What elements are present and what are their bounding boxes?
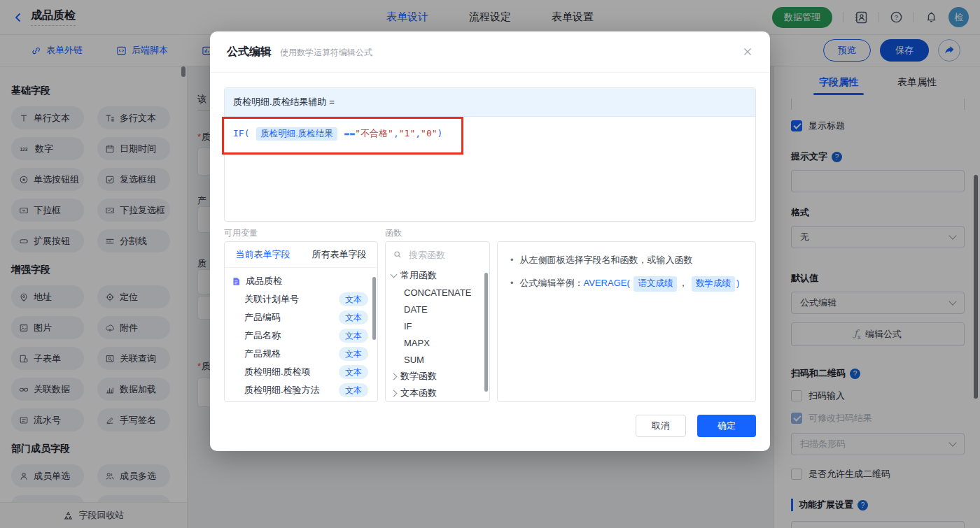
- type-badge: 文本: [339, 365, 368, 379]
- close-icon[interactable]: [742, 46, 753, 57]
- help-separator: ，: [678, 278, 687, 288]
- example-chip: 语文成绩: [634, 276, 677, 291]
- formula-input-area[interactable]: IF( 质检明细.质检结果 =="不合格","1","0"): [225, 117, 755, 151]
- type-badge: 文本: [339, 292, 368, 306]
- app-root: 成品质检 表单设计 流程设定 表单设置 数据管理 检 表单外链 后端脚本: [0, 0, 980, 528]
- type-badge: 文本: [339, 383, 368, 397]
- variable-name: 质检明细.质检项: [244, 366, 311, 378]
- formula-string: "0": [421, 128, 437, 138]
- modal-subtitle: 使用数学运算符编辑公式: [280, 47, 372, 59]
- variable-name: 质检明细.检验方法: [244, 384, 320, 397]
- search-icon: [393, 250, 402, 259]
- variable-row[interactable]: 产品名称文本: [225, 327, 377, 345]
- variable-row[interactable]: 质检明细.质检项文本: [225, 363, 377, 381]
- formula-code: IF(: [233, 128, 255, 138]
- type-badge: 文本: [339, 311, 368, 324]
- chevron-right-icon: [391, 390, 398, 397]
- modal-header: 公式编辑 使用数学运算符编辑公式: [210, 31, 770, 73]
- tab-all-form-fields[interactable]: 所有表单字段: [301, 248, 377, 261]
- functions-panel: 常用函数 CONCATENATE DATE IF MAPX SUM 数学函数 文…: [385, 241, 490, 402]
- formula-code: ): [438, 128, 443, 138]
- function-group-label: 文本函数: [400, 387, 437, 399]
- help-line-1: • 从左侧面板选择字段名和函数，或输入函数: [510, 253, 743, 267]
- variables-panel: 当前表单字段 所有表单字段 成品质检 关联计划单号文本 产品编码文本 产品名称文…: [224, 241, 378, 402]
- variable-name: 产品规格: [244, 348, 281, 360]
- variable-name: 产品名称: [244, 329, 281, 342]
- confirm-button[interactable]: 确定: [697, 415, 756, 437]
- chevron-down-icon: [391, 271, 398, 278]
- bullet: •: [510, 276, 514, 291]
- function-group-text[interactable]: 文本函数: [386, 385, 489, 401]
- variable-name: 产品编码: [244, 311, 281, 324]
- help-close-paren: ): [736, 278, 739, 288]
- variable-row[interactable]: 产品规格文本: [225, 345, 377, 363]
- functions-label: 函数: [385, 227, 402, 239]
- type-badge: 文本: [339, 347, 368, 361]
- help-fn-name: AVERAGE(: [584, 278, 630, 288]
- variables-root-node[interactable]: 成品质检: [225, 272, 377, 290]
- function-group-label: 常用函数: [400, 269, 437, 282]
- example-chip: 数学成绩: [692, 276, 735, 291]
- function-item[interactable]: SUM: [386, 351, 489, 368]
- formula-target-bar: 质检明细.质检结果辅助 =: [225, 88, 755, 117]
- function-search-input[interactable]: [407, 249, 482, 261]
- help-example-prefix: 公式编辑举例：: [520, 278, 584, 288]
- field-chip[interactable]: 质检明细.质检结果: [256, 127, 337, 141]
- variable-row[interactable]: 关联计划单号文本: [225, 290, 377, 308]
- variables-root-label: 成品质检: [246, 275, 282, 287]
- bullet: •: [510, 253, 514, 267]
- variables-tabs: 当前表单字段 所有表单字段: [225, 242, 377, 268]
- type-badge: 文本: [339, 329, 368, 343]
- function-group-math[interactable]: 数学函数: [386, 368, 489, 385]
- chevron-right-icon: [391, 373, 398, 380]
- variable-row[interactable]: 质检明细.检验方法文本: [225, 381, 377, 399]
- variable-row[interactable]: 产品编码文本: [225, 308, 377, 327]
- formula-editor-modal: 公式编辑 使用数学运算符编辑公式 质检明细.质检结果辅助 = IF( 质检明细.…: [210, 31, 770, 451]
- modal-footer: 取消 确定: [636, 415, 756, 437]
- tab-current-form-fields[interactable]: 当前表单字段: [225, 248, 301, 261]
- function-item[interactable]: DATE: [386, 301, 489, 317]
- formula-comma: ,: [415, 128, 421, 138]
- cancel-button[interactable]: 取消: [636, 415, 686, 437]
- function-search[interactable]: [386, 242, 489, 267]
- form-doc-icon: [232, 277, 241, 286]
- help-line-2: • 公式编辑举例：AVERAGE( 语文成绩， 数学成绩): [510, 276, 743, 291]
- formula-string: "不合格": [355, 128, 393, 138]
- function-group-label: 数学函数: [400, 370, 437, 383]
- variables-scrollbar[interactable]: [372, 277, 376, 340]
- formula-comma: ,: [393, 128, 399, 138]
- modal-title: 公式编辑: [227, 45, 272, 59]
- formula-string: "1": [399, 128, 415, 138]
- function-item[interactable]: IF: [386, 317, 489, 334]
- functions-scrollbar[interactable]: [484, 273, 488, 392]
- formula-help-panel: • 从左侧面板选择字段名和函数，或输入函数 • 公式编辑举例：AVERAGE( …: [497, 241, 756, 402]
- formula-operator: ==: [339, 128, 355, 138]
- formula-editor: 质检明细.质检结果辅助 = IF( 质检明细.质检结果 =="不合格","1",…: [224, 87, 756, 222]
- function-item[interactable]: CONCATENATE: [386, 284, 489, 301]
- variables-label: 可用变量: [224, 227, 258, 239]
- variable-name: 关联计划单号: [244, 293, 299, 306]
- function-item[interactable]: MAPX: [386, 334, 489, 351]
- function-group-common[interactable]: 常用函数: [386, 267, 489, 284]
